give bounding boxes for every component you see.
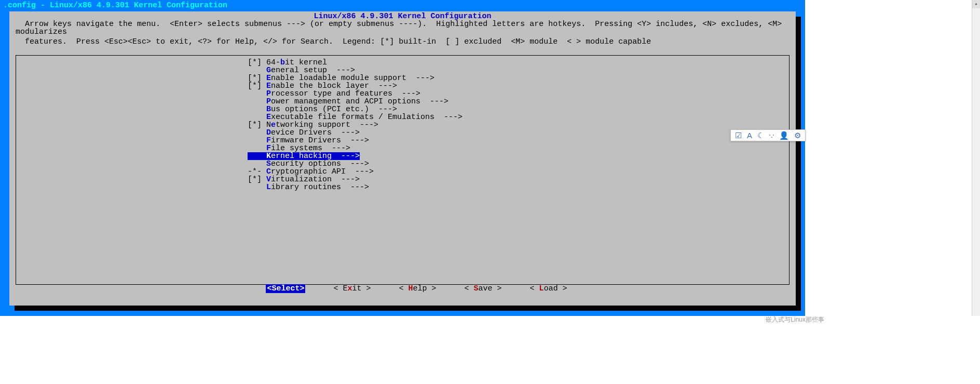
select-button[interactable]: <Select>: [266, 284, 305, 293]
user-icon[interactable]: 👤: [779, 131, 789, 139]
vertical-scrollbar[interactable]: ▴: [972, 0, 980, 316]
menu-item[interactable]: Bus options (PCI etc.) --->: [16, 105, 789, 113]
menu-list[interactable]: [*] 64-bit kernel General setup --->[*] …: [16, 55, 790, 285]
menu-item[interactable]: [*] Enable loadable module support --->: [16, 74, 789, 82]
menuconfig-frame: Linux/x86 4.9.301 Kernel Configuration A…: [9, 11, 796, 306]
scroll-up-arrow[interactable]: ▴: [972, 0, 980, 8]
help-text-line1: Arrow keys navigate the menu. <Enter> se…: [9, 20, 796, 38]
config-heading: Linux/x86 4.9.301 Kernel Configuration: [9, 11, 796, 20]
menu-item[interactable]: Firmware Drivers --->: [16, 137, 789, 144]
exit-button[interactable]: < Exit >: [333, 284, 371, 293]
watermark-text: 嵌入式与Linux那些事: [766, 316, 824, 323]
load-button[interactable]: < Load >: [530, 284, 567, 293]
menu-item[interactable]: -*- Cryptographic API --->: [16, 168, 789, 176]
dots-icon[interactable]: ⸪: [769, 131, 774, 139]
help-button[interactable]: < Help >: [399, 284, 436, 293]
check-icon[interactable]: ☑: [735, 131, 742, 139]
menu-item[interactable]: [*] 64-bit kernel: [16, 59, 789, 67]
menu-item[interactable]: Power management and ACPI options --->: [16, 98, 789, 105]
menu-item[interactable]: Processor type and features --->: [16, 90, 789, 98]
terminal-window: .config - Linux/x86 4.9.301 Kernel Confi…: [0, 0, 805, 316]
moon-icon[interactable]: ☾: [757, 131, 764, 139]
menu-item[interactable]: General setup --->: [16, 67, 789, 74]
help-text-line2: features. Press <Esc><Esc> to exit, <?> …: [9, 38, 796, 48]
menu-item[interactable]: [*] Enable the block layer --->: [16, 82, 789, 90]
reader-toolbar: ☑ A ☾ ⸪ 👤 ⚙: [730, 129, 806, 141]
menu-item[interactable]: File systems --->: [16, 144, 789, 152]
menu-item[interactable]: Security options --->: [16, 160, 789, 168]
save-button[interactable]: < Save >: [465, 284, 502, 293]
menu-item[interactable]: Executable file formats / Emulations ---…: [16, 113, 789, 121]
menu-item[interactable]: Kernel hacking --->: [248, 152, 360, 160]
menu-item[interactable]: [*] Virtualization --->: [16, 176, 789, 183]
window-title: .config - Linux/x86 4.9.301 Kernel Confi…: [1, 1, 804, 10]
menu-item[interactable]: [*] Networking support --->: [16, 121, 789, 129]
menu-item[interactable]: Device Drivers --->: [16, 129, 789, 137]
font-icon[interactable]: A: [747, 131, 752, 139]
button-bar: <Select> < Exit > < Help > < Save > < Lo…: [9, 277, 796, 300]
menu-item[interactable]: Library routines --->: [16, 183, 789, 191]
gear-icon[interactable]: ⚙: [794, 131, 801, 139]
menu-mark: [248, 183, 266, 192]
hotkey-letter: L: [266, 183, 271, 192]
